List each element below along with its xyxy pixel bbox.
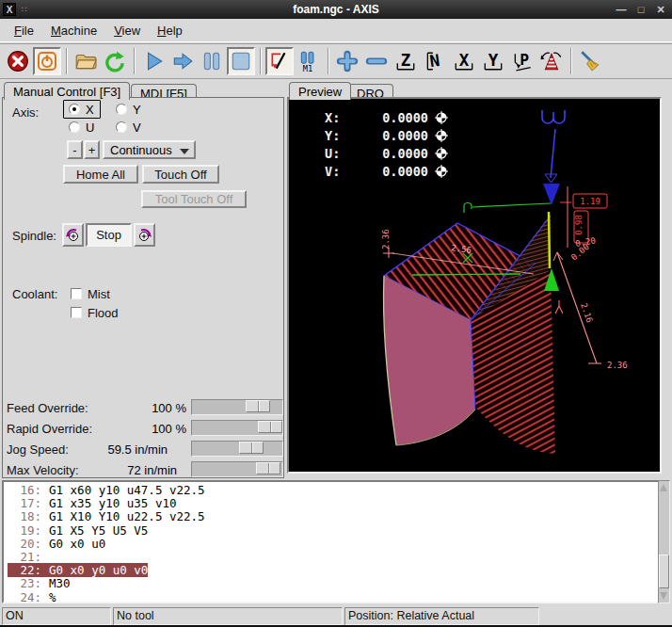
svg-text:Z: Z <box>401 51 411 70</box>
mist-checkbox-label[interactable]: Mist <box>88 287 110 301</box>
axis-window: X ∷ foam.ngc - AXIS — □ ✕ File Machine V… <box>0 0 672 627</box>
svg-text:0.0000: 0.0000 <box>382 128 428 143</box>
flood-checkbox[interactable] <box>71 307 82 318</box>
jog-speed-slider-thumb[interactable] <box>239 442 264 454</box>
gcode-scrollbar[interactable] <box>658 480 670 603</box>
view-rotated-top-button[interactable]: N <box>421 47 449 75</box>
run-step-button[interactable] <box>168 47 197 75</box>
gcode-line[interactable]: 18:G1 X10 Y10 u22.5 v22.5 <box>8 510 668 523</box>
spindle-cw-button[interactable] <box>134 223 155 247</box>
preview-panel: X:0.0000 Y:0.0000 U:0.0000 V:0.0000 <box>287 97 662 474</box>
feed-override-value: 100 % <box>106 401 186 415</box>
view-z2-icon: N <box>424 50 446 72</box>
axis-label: Axis: <box>12 105 39 120</box>
wire-edge <box>549 212 550 268</box>
close-button[interactable]: ✕ <box>655 4 666 16</box>
menu-view[interactable]: View <box>105 21 149 40</box>
gcode-line[interactable]: 16:G1 x60 y10 u47.5 v22.5 <box>8 484 668 497</box>
svg-text:1.19: 1.19 <box>580 197 600 206</box>
tool-touch-off-button[interactable]: Tool Touch Off <box>141 190 247 208</box>
stop-button[interactable] <box>227 47 255 75</box>
axis-x-radio-label[interactable]: X <box>86 103 94 117</box>
gcode-listing[interactable]: 16:G1 x60 y10 u47.5 v22.5 17:G1 x35 y10 … <box>2 480 670 603</box>
zoom-in-icon <box>336 50 359 72</box>
menu-help[interactable]: Help <box>149 21 191 40</box>
manual-control-panel: Axis: X Y U V - + Continuous Home All To… <box>2 97 284 478</box>
gcode-line[interactable]: 17:G1 x35 y10 u35 v10 <box>8 497 668 510</box>
jog-speed-slider[interactable] <box>191 441 283 457</box>
rapid-override-slider[interactable] <box>191 420 283 436</box>
zoom-out-icon <box>365 50 388 72</box>
spindle-ccw-button[interactable] <box>62 223 84 247</box>
menu-machine[interactable]: Machine <box>42 21 105 40</box>
axis-v-radio[interactable] <box>116 121 127 133</box>
open-folder-icon <box>74 50 97 72</box>
skip-lines-toggle[interactable] <box>265 47 294 75</box>
optional-pause-toggle[interactable]: M1 <box>295 47 323 75</box>
estop-button[interactable] <box>4 47 32 75</box>
svg-text:X:: X: <box>325 110 340 125</box>
axis-v-radio-label[interactable]: V <box>133 121 141 135</box>
svg-text:N: N <box>428 51 440 71</box>
view-perspective-button[interactable]: P <box>508 47 536 75</box>
spindle-stop-button[interactable]: Stop <box>86 223 132 247</box>
svg-text:M1: M1 <box>303 64 313 72</box>
zoom-out-button[interactable] <box>362 47 391 75</box>
feed-override-slider[interactable] <box>191 399 283 415</box>
machine-power-button[interactable] <box>33 47 61 75</box>
gcode-line[interactable]: 19:G1 X5 Y5 U5 V5 <box>8 524 668 538</box>
jog-mode-select[interactable]: Continuous <box>103 140 196 159</box>
max-velocity-slider[interactable] <box>191 461 283 477</box>
rotate-view-button[interactable] <box>537 47 566 75</box>
jog-minus-button[interactable]: - <box>67 140 83 159</box>
preview-canvas[interactable]: X:0.0000 Y:0.0000 U:0.0000 V:0.0000 <box>289 99 660 472</box>
svg-text:Y:: Y: <box>325 128 340 143</box>
max-velocity-value: 72 in/min <box>97 463 177 477</box>
menu-file[interactable]: File <box>6 21 42 40</box>
flood-checkbox-label[interactable]: Flood <box>88 306 119 320</box>
jog-plus-button[interactable]: + <box>84 140 100 159</box>
view-side-x-button[interactable]: X <box>450 47 478 75</box>
gcode-line[interactable]: 23:M30 <box>8 577 668 590</box>
estop-icon <box>7 50 29 72</box>
zoom-in-button[interactable] <box>333 47 361 75</box>
pause-button[interactable] <box>198 47 226 75</box>
maximize-button[interactable]: □ <box>635 4 647 15</box>
tab-preview[interactable]: Preview <box>289 82 351 100</box>
position-mode-cell: Position: Relative Actual <box>344 607 539 625</box>
touch-off-button[interactable]: Touch Off <box>142 165 219 184</box>
home-all-button[interactable]: Home All <box>63 165 138 184</box>
gcode-line[interactable]: 21: <box>8 551 668 564</box>
axis-x-radio[interactable] <box>69 104 80 115</box>
chevron-down-icon <box>180 149 189 154</box>
reload-icon <box>104 50 126 72</box>
feed-override-slider-thumb[interactable] <box>246 400 270 412</box>
max-velocity-label: Max Velocity: <box>7 463 79 477</box>
reload-file-button[interactable] <box>101 47 129 75</box>
open-file-button[interactable] <box>72 47 100 75</box>
svg-text:0.0000: 0.0000 <box>382 164 428 179</box>
view-front-y-button[interactable]: Y <box>479 47 507 75</box>
axis-u-radio-label[interactable]: U <box>86 121 94 135</box>
max-velocity-slider-thumb[interactable] <box>256 462 280 474</box>
gcode-line-highlighted[interactable]: 22:G0 x0 y0 u0 v0 <box>8 564 668 577</box>
clear-plot-button[interactable] <box>576 47 604 75</box>
clear-plot-broom-icon <box>579 50 601 72</box>
axis-y-radio-label[interactable]: Y <box>133 103 141 117</box>
scrollbar-thumb[interactable] <box>659 555 669 588</box>
gcode-line[interactable]: 20:G0 x0 u0 <box>8 538 668 551</box>
axis-u-radio[interactable] <box>69 121 80 133</box>
run-program-button[interactable] <box>139 47 168 75</box>
minimize-button[interactable]: — <box>616 4 627 15</box>
power-icon <box>37 51 57 72</box>
svg-text:U:: U: <box>325 146 340 161</box>
gcode-line[interactable]: 24:% <box>8 591 668 604</box>
tab-manual-control[interactable]: Manual Control [F3] <box>4 82 130 100</box>
view-top-z-button[interactable]: Z <box>392 47 420 75</box>
rapid-override-slider-thumb[interactable] <box>258 421 282 433</box>
scroll-up-arrow-icon[interactable] <box>660 483 667 491</box>
mist-checkbox[interactable] <box>71 288 82 299</box>
svg-text:P: P <box>520 51 529 69</box>
axis-y-radio[interactable] <box>116 104 127 115</box>
scroll-down-arrow-icon[interactable] <box>660 592 667 601</box>
